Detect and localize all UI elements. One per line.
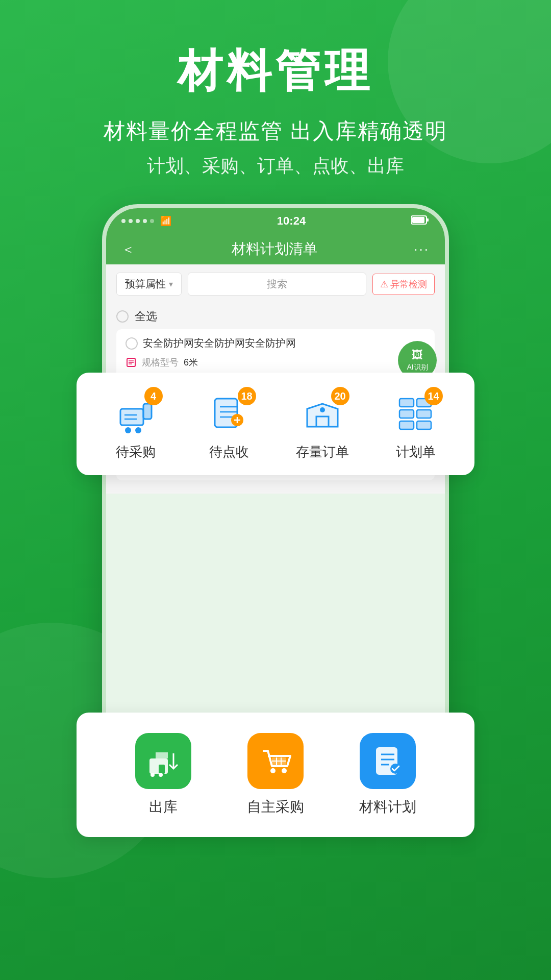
nav-more-button[interactable]: ··· <box>414 241 430 257</box>
stock-badge: 20 <box>331 387 349 405</box>
bottom-action-card: 出库 自主采购 <box>77 713 474 837</box>
search-button[interactable]: 搜索 <box>188 273 366 296</box>
anomaly-detect-button[interactable]: ⚠ 异常检测 <box>372 274 435 295</box>
item-title: 安全防护网安全防护网安全防护网 <box>143 336 296 350</box>
receive-label: 待点收 <box>209 443 249 461</box>
battery-icon <box>411 215 430 228</box>
self-purchase-label: 自主采购 <box>247 797 304 817</box>
svg-rect-11 <box>120 409 143 425</box>
select-all-row[interactable]: 全选 <box>116 304 435 329</box>
bottom-action-outbound[interactable]: 出库 <box>107 733 219 817</box>
ai-icon: 🖼 <box>412 349 423 362</box>
svg-rect-32 <box>399 421 414 429</box>
outbound-label: 出库 <box>149 797 178 817</box>
bottom-action-self-purchase[interactable]: 自主采购 <box>219 733 332 817</box>
status-time: 10:24 <box>277 214 306 228</box>
spec-icon <box>126 357 137 368</box>
subtitle-line1: 材料量价全程监管 出入库精确透明 <box>104 117 447 145</box>
svg-point-14 <box>135 427 141 433</box>
svg-rect-33 <box>417 421 431 429</box>
svg-point-36 <box>151 773 155 777</box>
purchase-label: 待采购 <box>116 443 156 461</box>
svg-rect-15 <box>143 404 152 419</box>
phone-frame: 📶 10:24 ＜ 材料计划清单 ··· <box>102 204 449 766</box>
svg-rect-31 <box>417 410 431 418</box>
receive-badge: 18 <box>238 387 256 405</box>
phone-wrapper: 📶 10:24 ＜ 材料计划清单 ··· <box>77 204 474 868</box>
material-plan-icon-bg <box>360 733 416 789</box>
top-action-card: 4 待采购 <box>77 373 474 475</box>
warning-icon: ⚠ <box>380 279 388 290</box>
svg-rect-28 <box>399 399 414 407</box>
svg-rect-30 <box>399 410 414 418</box>
nav-bar: ＜ 材料计划清单 ··· <box>106 234 445 264</box>
svg-rect-1 <box>412 217 424 223</box>
plan-label: 计划单 <box>396 443 436 461</box>
svg-point-13 <box>125 427 131 433</box>
action-item-stock-order[interactable]: 20 存量订单 <box>276 391 369 461</box>
svg-point-37 <box>159 773 163 777</box>
svg-point-39 <box>282 768 287 773</box>
self-purchase-icon-bg <box>247 733 304 789</box>
action-item-purchase[interactable]: 4 待采购 <box>89 391 182 461</box>
status-signal: 📶 <box>121 215 171 227</box>
item-radio[interactable] <box>126 337 138 350</box>
wifi-icon: 📶 <box>160 215 171 227</box>
action-item-plan[interactable]: 14 计划单 <box>369 391 462 461</box>
svg-rect-35 <box>159 765 165 774</box>
subtitle-line2: 计划、采购、订单、点收、出库 <box>104 154 447 179</box>
stock-label: 存量订单 <box>296 443 349 461</box>
budget-filter-button[interactable]: 预算属性 ▾ <box>116 273 182 296</box>
select-all-label: 全选 <box>135 309 157 324</box>
filter-bar: 预算属性 ▾ 搜索 ⚠ 异常检测 <box>116 273 435 296</box>
status-bar: 📶 10:24 <box>106 208 445 234</box>
chevron-down-icon: ▾ <box>169 279 173 289</box>
nav-title: 材料计划清单 <box>232 239 317 259</box>
action-item-receive[interactable]: 18 待点收 <box>182 391 276 461</box>
purchase-badge: 4 <box>144 387 163 405</box>
material-plan-label: 材料计划 <box>359 797 416 817</box>
svg-point-27 <box>320 407 325 412</box>
outbound-icon-bg <box>135 733 191 789</box>
page-container: 材料管理 材料量价全程监管 出入库精确透明 计划、采购、订单、点收、出库 📶 1… <box>0 0 551 980</box>
svg-rect-2 <box>427 218 429 222</box>
bottom-action-material-plan[interactable]: 材料计划 <box>332 733 444 817</box>
nav-back-button[interactable]: ＜ <box>121 240 135 258</box>
plan-badge: 14 <box>424 387 443 405</box>
ai-label: AI识别 <box>407 363 428 372</box>
svg-point-38 <box>270 768 276 773</box>
select-all-radio[interactable] <box>116 310 129 323</box>
